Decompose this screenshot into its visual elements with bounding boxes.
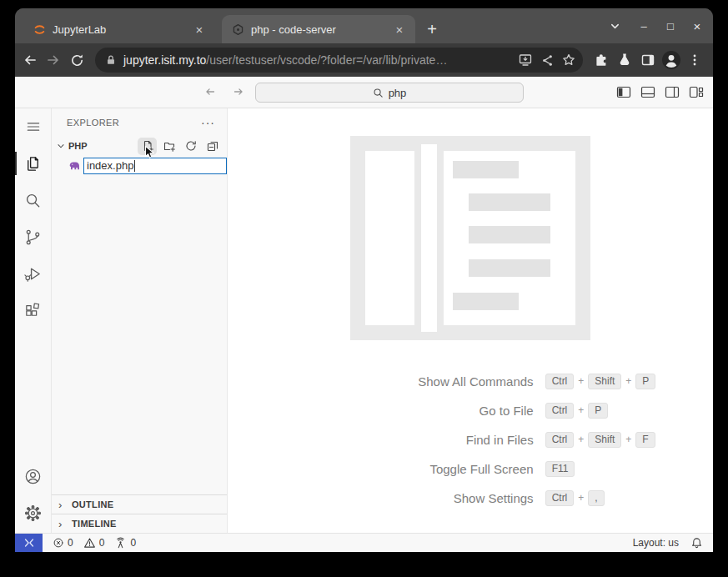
toggle-panel-icon[interactable] <box>640 83 656 100</box>
watermark-page-shape <box>437 144 582 332</box>
folder-section-header[interactable]: PHP <box>52 137 227 155</box>
watermark-row: Toggle Full ScreenF11 <box>285 459 656 478</box>
problems-indicator[interactable]: 0 0 <box>53 537 104 549</box>
search-icon <box>373 88 384 98</box>
tab-code-server[interactable]: php - code-server × <box>222 15 415 43</box>
watermark-row: Find in FilesCtrl+Shift+F <box>285 430 656 449</box>
toggle-secondary-sidebar-icon[interactable] <box>664 83 680 100</box>
plus-separator: + <box>625 434 631 445</box>
plus-separator: + <box>578 404 584 416</box>
tab-search-chevron-icon[interactable] <box>610 21 625 32</box>
account-icon[interactable] <box>15 458 51 494</box>
flask-icon[interactable] <box>613 48 636 72</box>
minimize-button[interactable]: – <box>636 20 651 33</box>
views-more-actions-icon[interactable]: ··· <box>199 116 217 129</box>
watermark-bar <box>469 193 550 211</box>
watermark-label: Go to File <box>285 404 534 418</box>
menu-hamburger-icon[interactable] <box>15 108 51 145</box>
keycap: Ctrl <box>545 374 575 389</box>
outline-label: OUTLINE <box>72 499 113 509</box>
remote-indicator[interactable] <box>15 534 43 552</box>
explorer-title: EXPLORER <box>67 118 199 128</box>
tab-jupyterlab[interactable]: JupyterLab × <box>23 15 215 43</box>
collapse-folders-button[interactable] <box>203 138 222 155</box>
tab-close-icon[interactable]: × <box>392 22 407 37</box>
new-tab-button[interactable]: + <box>420 18 444 41</box>
bookmark-star-icon[interactable] <box>558 49 580 71</box>
watermark-keys: F11 <box>545 461 575 477</box>
command-center-search[interactable]: php <box>255 83 524 103</box>
new-file-row: index.php <box>52 156 227 175</box>
watermark-bar <box>469 226 550 243</box>
vscode-workbench: php <box>15 77 713 552</box>
forward-button[interactable] <box>42 48 65 72</box>
php-elephant-icon <box>68 159 81 172</box>
new-file-button[interactable] <box>138 138 157 155</box>
timeline-section-header[interactable]: › TIMELINE <box>52 514 227 533</box>
keyboard-layout-status[interactable]: Layout: us <box>633 537 679 549</box>
keycap: Ctrl <box>545 490 575 506</box>
editor-back-button[interactable] <box>200 82 220 102</box>
profile-avatar[interactable] <box>660 48 683 72</box>
customize-layout-icon[interactable] <box>688 83 705 100</box>
browser-toolbar: jupyter.isit.my.to/user/testuser/vscode/… <box>15 43 713 77</box>
explorer-sidebar: EXPLORER ··· PHP <box>52 108 228 533</box>
browser-window: JupyterLab × php - code-server × + – □ × <box>15 8 713 552</box>
sidebar-item-extensions[interactable] <box>15 292 51 329</box>
plus-separator: + <box>578 492 584 504</box>
tab-close-icon[interactable]: × <box>192 22 207 37</box>
back-button[interactable] <box>18 48 42 72</box>
side-panel-icon[interactable] <box>636 48 660 72</box>
install-app-icon[interactable] <box>515 49 536 71</box>
explorer-empty-area <box>52 175 227 494</box>
chevron-right-icon: › <box>58 518 68 530</box>
refresh-button[interactable] <box>181 138 200 155</box>
editor-forward-button[interactable] <box>228 82 249 102</box>
toggle-primary-sidebar-icon[interactable] <box>615 83 632 100</box>
activity-bar <box>15 108 52 533</box>
watermark-bar <box>469 259 550 277</box>
lock-icon <box>105 54 117 66</box>
keycap: P <box>588 403 608 419</box>
watermark-keys: Ctrl+Shift+P <box>545 374 656 389</box>
radio-tower-icon <box>114 537 127 549</box>
reload-button[interactable] <box>65 48 88 72</box>
ports-indicator[interactable]: 0 <box>114 537 136 549</box>
outline-section-header[interactable]: › OUTLINE <box>52 494 227 514</box>
jupyter-icon <box>33 23 46 36</box>
watermark-label: Show Settings <box>285 491 534 505</box>
warning-count: 0 <box>99 537 105 549</box>
browser-menu-icon[interactable] <box>683 48 706 72</box>
address-bar[interactable]: jupyter.isit.my.to/user/testuser/vscode/… <box>95 48 583 73</box>
chevron-down-icon <box>55 140 67 152</box>
sidebar-item-explorer[interactable] <box>15 145 51 182</box>
extensions-puzzle-icon[interactable] <box>590 48 613 72</box>
remote-icon <box>23 537 36 549</box>
keycap: Ctrl <box>545 432 575 448</box>
watermark-label: Toggle Full Screen <box>285 462 534 476</box>
maximize-button[interactable]: □ <box>663 20 678 33</box>
close-button[interactable]: × <box>690 19 705 33</box>
keycap: F11 <box>545 461 575 477</box>
watermark-keys: Ctrl+Shift+F <box>545 432 655 448</box>
keycap: , <box>588 490 604 506</box>
browser-tab-strip: JupyterLab × php - code-server × + – □ × <box>15 8 713 43</box>
activity-bar-spacer <box>15 329 51 458</box>
sidebar-item-run-debug[interactable] <box>15 255 51 292</box>
sidebar-item-search[interactable] <box>15 182 51 218</box>
sidebar-item-source-control[interactable] <box>15 218 51 255</box>
keycap: Ctrl <box>545 403 575 419</box>
keycap: Shift <box>588 432 621 448</box>
notifications-bell-icon[interactable] <box>690 537 703 549</box>
tab-title: JupyterLab <box>53 23 185 36</box>
share-icon[interactable] <box>536 49 558 71</box>
new-folder-button[interactable] <box>159 138 178 155</box>
folder-section-name: PHP <box>68 141 88 151</box>
text-caret <box>134 160 135 172</box>
watermark-keys: Ctrl+, <box>545 490 605 506</box>
new-file-name-input[interactable]: index.php <box>83 158 227 174</box>
watermark-graphic <box>350 136 590 340</box>
watermark-row: Go to FileCtrl+P <box>285 401 656 419</box>
settings-gear-icon[interactable] <box>15 494 51 531</box>
code-server-icon <box>232 23 244 36</box>
